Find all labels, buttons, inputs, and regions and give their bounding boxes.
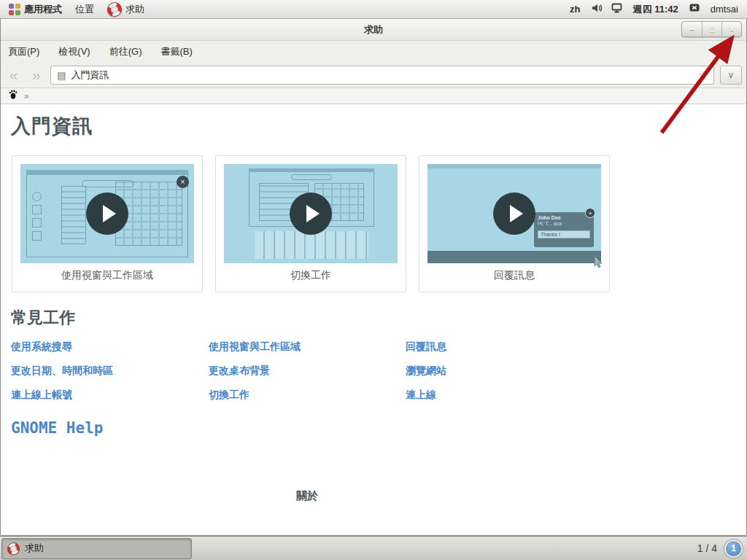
link-windows-workspaces[interactable]: 使用視窗與工作區域 bbox=[209, 341, 406, 354]
link-change-date-time[interactable]: 更改日期、時間和時區 bbox=[11, 365, 209, 378]
video-card-reply-messages[interactable]: John Doe Hi, T... ava Thanks ! × 回覆訊息 bbox=[419, 155, 610, 292]
navigation-toolbar: « » ▤ 入門資訊 ☆ ∨ bbox=[1, 63, 746, 88]
about-row: 關於 bbox=[1, 489, 614, 503]
breadcrumb: » bbox=[1, 88, 746, 104]
lifebuoy-icon bbox=[7, 542, 20, 555]
chevron-down-icon: ∨ bbox=[728, 70, 735, 80]
link-get-online[interactable]: 連上線 bbox=[406, 389, 566, 402]
menu-bookmarks[interactable]: 書籤(B) bbox=[160, 45, 192, 58]
mouse-cursor-icon bbox=[594, 256, 604, 268]
video-caption: 回覆訊息 bbox=[427, 269, 601, 282]
video-card-windows-workspaces[interactable]: × 使用視窗與工作區域 bbox=[12, 155, 203, 292]
applications-icon bbox=[9, 4, 20, 15]
close-button[interactable]: × bbox=[721, 22, 741, 36]
top-panel: 應用程式 位置 求助 zh 週四 11:42 bbox=[0, 0, 747, 19]
workspace-indicator[interactable]: 1 bbox=[724, 540, 743, 558]
video-thumbnail[interactable]: × bbox=[20, 164, 194, 263]
user-menu[interactable]: dmtsai bbox=[708, 0, 741, 18]
bookmark-star-icon[interactable]: ☆ bbox=[698, 69, 708, 82]
video-thumbnail[interactable] bbox=[224, 164, 398, 263]
volume-icon[interactable] bbox=[591, 2, 603, 17]
menu-page[interactable]: 頁面(P) bbox=[8, 45, 39, 58]
illustration-bottom-bar bbox=[427, 251, 601, 263]
help-content: 入門資訊 × bbox=[1, 104, 746, 534]
location-field[interactable]: ▤ 入門資訊 ☆ bbox=[50, 66, 714, 85]
applications-label: 應用程式 bbox=[24, 3, 62, 16]
applications-menu[interactable]: 應用程式 bbox=[6, 0, 65, 18]
location-dropdown-button[interactable]: ∨ bbox=[720, 66, 742, 85]
link-switch-tasks[interactable]: 切換工作 bbox=[209, 389, 406, 402]
app-menu-help[interactable]: 求助 bbox=[104, 0, 147, 18]
lifebuoy-icon bbox=[107, 2, 122, 17]
panel-right: zh 週四 11:42 dmtsai bbox=[567, 0, 741, 18]
video-thumbnail[interactable]: John Doe Hi, T... ava Thanks ! × bbox=[427, 164, 601, 263]
desktop: 應用程式 位置 求助 zh 週四 11:42 bbox=[0, 0, 747, 560]
window-title: 求助 bbox=[364, 23, 383, 36]
taskbar-window-button[interactable]: 求助 bbox=[1, 538, 192, 559]
menu-view[interactable]: 檢視(V) bbox=[58, 45, 90, 58]
minimize-button[interactable]: − bbox=[682, 22, 702, 36]
menu-go[interactable]: 前往(G) bbox=[109, 45, 142, 58]
close-badge-icon: × bbox=[585, 208, 595, 218]
im-status-icon[interactable] bbox=[689, 2, 700, 17]
clock[interactable]: 週四 11:42 bbox=[630, 0, 681, 18]
illustration-chat-bubble: John Doe Hi, T... ava Thanks ! bbox=[534, 212, 594, 247]
taskbar-right: 1 / 4 1 bbox=[697, 540, 747, 558]
app-menu-label: 求助 bbox=[125, 3, 144, 16]
link-change-wallpaper[interactable]: 更改桌布背景 bbox=[209, 365, 406, 378]
back-icon[interactable]: « bbox=[5, 68, 22, 82]
page-title: 入門資訊 bbox=[11, 113, 746, 139]
location-text: 入門資訊 bbox=[71, 69, 693, 82]
workspace-pager[interactable]: 1 / 4 bbox=[697, 542, 717, 554]
menubar: 頁面(P) 檢視(V) 前往(G) 書籤(B) bbox=[1, 41, 746, 63]
window-controls: − □ × bbox=[681, 21, 742, 37]
username: dmtsai bbox=[711, 4, 738, 15]
illustration-topbar bbox=[26, 170, 188, 175]
about-link[interactable]: 關於 bbox=[296, 489, 318, 502]
help-window: 求助 − □ × 頁面(P) 檢視(V) 前往(G) 書籤(B) « » ▤ 入… bbox=[0, 19, 747, 536]
play-icon[interactable] bbox=[86, 192, 128, 235]
close-badge-icon: × bbox=[177, 176, 189, 188]
places-label: 位置 bbox=[75, 3, 94, 16]
places-menu[interactable]: 位置 bbox=[72, 0, 97, 18]
link-online-accounts[interactable]: 連上線上帳號 bbox=[11, 389, 209, 402]
titlebar[interactable]: 求助 − □ × bbox=[1, 19, 746, 41]
link-use-system-search[interactable]: 使用系統搜尋 bbox=[11, 341, 209, 354]
panel-left: 應用程式 位置 求助 bbox=[6, 0, 147, 18]
link-reply-messages[interactable]: 回覆訊息 bbox=[406, 341, 566, 354]
illustration-search bbox=[291, 174, 332, 180]
illustration-topbar bbox=[249, 168, 374, 172]
bottom-taskbar: 求助 1 / 4 1 bbox=[0, 536, 747, 560]
gnome-foot-icon[interactable] bbox=[8, 89, 18, 103]
gnome-help-link[interactable]: GNOME Help bbox=[11, 419, 103, 437]
common-tasks-title: 常見工作 bbox=[11, 307, 746, 329]
video-caption: 使用視窗與工作區域 bbox=[20, 269, 194, 282]
video-card-switch-tasks[interactable]: 切換工作 bbox=[215, 155, 406, 292]
display-icon[interactable] bbox=[611, 2, 623, 17]
play-icon[interactable] bbox=[493, 192, 535, 235]
common-tasks-links: 使用系統搜尋 使用視窗與工作區域 回覆訊息 更改日期、時間和時區 更改桌布背景 … bbox=[11, 341, 746, 402]
illustration-list-window bbox=[61, 186, 86, 244]
illustration-keyboard bbox=[255, 231, 368, 259]
forward-icon[interactable]: » bbox=[28, 68, 44, 82]
video-caption: 切換工作 bbox=[224, 269, 398, 282]
video-row: × 使用視窗與工作區域 切換工 bbox=[12, 155, 746, 292]
illustration-topbar bbox=[427, 164, 601, 168]
play-icon[interactable] bbox=[290, 192, 332, 235]
maximize-button[interactable]: □ bbox=[702, 22, 721, 36]
language-indicator[interactable]: zh bbox=[567, 0, 583, 18]
link-browse-web[interactable]: 瀏覽網站 bbox=[406, 365, 566, 378]
document-icon: ▤ bbox=[57, 70, 66, 81]
breadcrumb-chevron-icon: » bbox=[24, 91, 29, 101]
